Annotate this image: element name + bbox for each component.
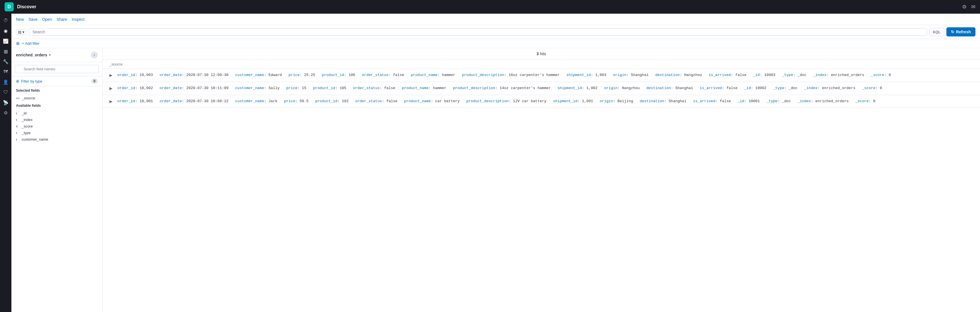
kql-button[interactable]: KQL [929,28,944,36]
sidebar-icon-discover[interactable]: ◉ [1,26,10,35]
top-bar-icons: ⚙ ✉ [962,4,975,10]
filter-icon[interactable]: ⊕ [16,41,20,46]
field-item-customer-name[interactable]: t customer_name [11,136,102,143]
search-fields-wrapper: 🔍 [11,62,102,76]
field-item-score[interactable]: # _score [11,123,102,130]
refresh-icon: ↻ [951,30,955,34]
right-panel: 3 hits _source ▶ order_id: 10,003 order_… [103,48,980,312]
sidebar-icon-visualize[interactable]: 📈 [1,36,10,46]
nav-inspect[interactable]: Inspect [72,16,84,23]
field-name-index: _index [22,117,98,122]
filter-by-type-label: Filter by type [21,79,42,83]
sidebar-icon-ml[interactable]: 👤 [1,78,10,87]
sidebar-icon-canvas[interactable]: 🔧 [1,57,10,66]
main-area: New Save Open Share Inspect ▤ ▾ KQL ↻ Re… [11,14,980,312]
result-content-3: order_id: 10,001 order_date: 2020-07-30 … [118,98,875,105]
field-type-source: <> [16,97,20,100]
source-column-label: _source [103,60,980,69]
nav-new[interactable]: New [16,16,24,23]
refresh-button[interactable]: ↻ Refresh [947,27,975,36]
filter-bar: ⊕ + Add filter [11,39,980,48]
refresh-label: Refresh [956,30,971,34]
result-content-2: order_id: 10,002 order_date: 2020-07-30 … [118,86,882,91]
field-name-type: _type [22,131,98,135]
results-list: ▶ order_id: 10,003 order_date: 2020-07-3… [103,69,980,312]
sidebar-icon-siem[interactable]: 🛡 [1,88,10,97]
search-input-wrapper [29,28,927,36]
result-content-1: order_id: 10,003 order_date: 2020-07-30 … [118,72,891,78]
sidebar-icon-maps[interactable]: 🗺 [1,67,10,76]
expand-row-3[interactable]: ▶ [110,99,114,104]
field-type-index: t [16,118,19,122]
search-fields-input[interactable] [15,65,99,73]
search-type-selector[interactable]: ▤ ▾ [16,29,27,35]
filter-type-icon: ⊕ [16,79,19,83]
index-name: enriched_orders [16,53,47,57]
field-name-id: _id [22,111,98,115]
result-row-2: ▶ order_id: 10,002 order_date: 2020-07-3… [103,82,980,95]
available-fields-title: Available fields [11,101,102,110]
nav-open[interactable]: Open [42,16,52,23]
field-item-type[interactable]: t _type [11,130,102,136]
sidebar-icon-management[interactable]: ⚙ [1,108,10,117]
search-type-chevron: ▾ [22,30,24,34]
selected-fields-title: Selected fields [11,86,102,95]
sidebar-icon-recent[interactable]: ⏱ [1,16,10,25]
fields-section: Selected fields <> _source Available fie… [11,86,102,312]
sidebar-icon-monitoring[interactable]: 📡 [1,98,10,107]
index-selector[interactable]: enriched_orders ▾ ‹ [11,48,102,62]
field-name-score: _score [22,124,98,128]
top-bar: D Discover ⚙ ✉ [0,0,980,14]
filter-count-badge: 0 [91,79,98,84]
add-filter-button[interactable]: + Add filter [22,41,40,46]
field-name-customer-name: customer_name [22,137,98,141]
nav-save[interactable]: Save [29,16,38,23]
field-item-source[interactable]: <> _source [11,95,102,101]
search-input[interactable] [32,30,923,34]
hits-bar: 3 hits [103,48,980,60]
field-type-customer-name: t [16,138,19,141]
layout: ⏱ ◉ 📈 ▦ 🔧 🗺 👤 🛡 📡 ⚙ New Save Open Share … [0,14,980,312]
sidebar-icon-dashboard[interactable]: ▦ [1,47,10,56]
app-logo: D [5,2,14,11]
collapse-panel-button[interactable]: ‹ [91,52,98,59]
app-name: Discover [17,4,959,10]
field-item-id[interactable]: t _id [11,110,102,116]
field-type-id: t [16,112,19,115]
result-row-1: ▶ order_id: 10,003 order_date: 2020-07-3… [103,69,980,82]
sidebar-icons: ⏱ ◉ 📈 ▦ 🔧 🗺 👤 🛡 📡 ⚙ [0,14,11,312]
hits-label: hits [540,52,546,56]
field-name-source: _source [22,96,98,100]
left-panel: enriched_orders ▾ ‹ 🔍 ⊕ Filter by type 0 [11,48,103,312]
filter-by-type[interactable]: ⊕ Filter by type 0 [11,76,102,86]
nav-share[interactable]: Share [56,16,67,23]
index-chevron-icon: ▾ [49,53,51,57]
expand-row-1[interactable]: ▶ [110,73,114,78]
search-bar: ▤ ▾ KQL ↻ Refresh [11,25,980,39]
field-item-index[interactable]: t _index [11,116,102,123]
content-row: enriched_orders ▾ ‹ 🔍 ⊕ Filter by type 0 [11,48,980,312]
result-row-3: ▶ order_id: 10,001 order_date: 2020-07-3… [103,95,980,108]
field-type-score: # [16,125,19,128]
expand-row-2[interactable]: ▶ [110,86,114,90]
hits-count: 3 [536,52,539,56]
search-type-icon: ▤ [18,30,21,34]
search-fields-inner: 🔍 [15,65,99,73]
notifications-icon[interactable]: ✉ [971,4,975,10]
settings-icon[interactable]: ⚙ [962,4,967,10]
field-type-type: t [16,131,19,135]
sub-nav: New Save Open Share Inspect [11,14,980,25]
